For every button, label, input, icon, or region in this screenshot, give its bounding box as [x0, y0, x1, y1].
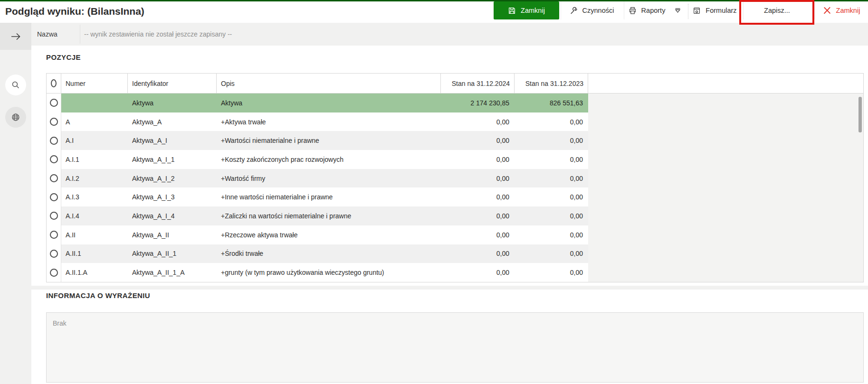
wrench-icon	[570, 7, 578, 15]
cell-stan-2024: 0,00	[441, 131, 515, 150]
radio-icon	[50, 193, 58, 201]
table-row[interactable]: A.II.1.AAktywa_A_II_1_A+grunty (w tym pr…	[47, 263, 863, 282]
cell-opis: +Aktywa trwałe	[217, 112, 441, 131]
cell-numer: A.I.1	[61, 150, 128, 169]
cell-numer: A.I.4	[61, 206, 128, 225]
save-close-button[interactable]: Zamknij	[494, 1, 559, 19]
row-radio-button[interactable]	[47, 225, 61, 244]
cell-numer: A.II.1.A	[61, 263, 128, 282]
cell-stan-2024: 0,00	[441, 169, 515, 188]
table-row[interactable]: A.IAktywa_A_I+Wartości niematerialne i p…	[47, 131, 863, 150]
row-radio-button[interactable]	[47, 206, 61, 225]
globe-icon	[10, 112, 21, 123]
toolbar-separator	[688, 4, 688, 19]
cell-identyfikator: Aktywa_A_II_1	[128, 244, 217, 263]
cell-opis: +Wartości niematerialne i prawne	[217, 131, 441, 150]
cell-stan-2024: 0,00	[441, 263, 515, 282]
table-row[interactable]: A.I.1Aktywa_A_I_1+Koszty zakończonych pr…	[47, 150, 863, 169]
table-row[interactable]: AAktywa_A+Aktywa trwałe0,000,00	[47, 112, 863, 131]
column-header-stan-2023[interactable]: Stan na 31.12.2023	[515, 74, 588, 93]
search-icon	[10, 80, 21, 90]
column-header-opis[interactable]: Opis	[217, 74, 441, 93]
form-button[interactable]: Formularz	[690, 1, 740, 19]
reports-dropdown-button[interactable]	[669, 1, 686, 19]
row-radio-button[interactable]	[47, 94, 61, 112]
actions-button[interactable]: Czynności	[561, 1, 622, 19]
grid-body: AktywaAktywa2 174 230,85826 551,63AAktyw…	[47, 94, 863, 282]
row-radio-button[interactable]	[47, 150, 61, 169]
caret-down-icon	[674, 7, 681, 14]
cell-opis: +Koszty zakończonych prac rozwojowych	[217, 150, 441, 169]
column-header-numer[interactable]: Numer	[61, 74, 128, 93]
radio-icon	[51, 79, 57, 87]
header-bar: Podgląd wyniku: (BilansInna) Zamknij Czy…	[0, 1, 868, 23]
items-grid: Numer Identyfikator Opis Stan na 31.12.2…	[46, 73, 864, 282]
window-gear-icon	[693, 7, 701, 15]
column-header-stan-2024[interactable]: Stan na 31.12.2024	[441, 74, 515, 93]
cell-numer: A	[61, 112, 128, 131]
cell-identyfikator: Aktywa_A_II_1_A	[128, 263, 217, 282]
cell-identyfikator: Aktywa_A	[128, 112, 217, 131]
cell-stan-2023: 0,00	[515, 263, 588, 282]
row-radio-button[interactable]	[47, 263, 61, 282]
table-row[interactable]: A.I.2Aktywa_A_I_2+Wartość firmy0,000,00	[47, 169, 863, 188]
reports-label: Raporty	[641, 7, 666, 14]
vertical-scrollbar-thumb[interactable]	[858, 97, 862, 132]
row-radio-button[interactable]	[47, 244, 61, 263]
form-label: Formularz	[706, 7, 736, 14]
save-button[interactable]: Zapisz...	[743, 1, 811, 19]
cell-stan-2024: 0,00	[441, 187, 515, 206]
cell-numer: A.II.1	[61, 244, 128, 263]
cell-stan-2023: 0,00	[515, 150, 588, 169]
cell-stan-2023: 0,00	[515, 244, 588, 263]
cell-filler	[588, 169, 863, 188]
actions-label: Czynności	[582, 7, 614, 14]
items-section-title: POZYCJE	[46, 53, 81, 61]
expression-info-value: Brak	[53, 319, 67, 327]
cell-numer: A.I	[61, 131, 128, 150]
cell-stan-2023: 0,00	[515, 206, 588, 225]
save-close-label: Zamknij	[521, 7, 545, 14]
cell-stan-2024: 0,00	[441, 225, 515, 244]
page-title: Podgląd wyniku: (BilansInna)	[5, 6, 144, 17]
cell-stan-2023: 0,00	[515, 187, 588, 206]
row-radio-button[interactable]	[47, 131, 61, 150]
table-row[interactable]: A.I.3Aktywa_A_I_3+Inne wartości niemater…	[47, 187, 863, 206]
arrow-right-icon	[10, 31, 22, 42]
cell-filler	[588, 187, 863, 206]
row-radio-button[interactable]	[47, 169, 61, 188]
sidebar-search-button[interactable]	[5, 75, 26, 95]
cell-filler	[588, 112, 863, 131]
radio-icon	[50, 118, 58, 126]
cell-identyfikator: Aktywa_A_I_1	[128, 150, 217, 169]
radio-icon	[50, 269, 58, 277]
cell-identyfikator: Aktywa_A_II	[128, 225, 217, 244]
window: Podgląd wyniku: (BilansInna) Zamknij Czy…	[0, 0, 868, 384]
close-button[interactable]: Zamknij	[814, 1, 868, 19]
cell-stan-2024: 0,00	[441, 150, 515, 169]
table-row[interactable]: A.I.4Aktywa_A_I_4+Zaliczki na wartości n…	[47, 206, 863, 225]
column-header-identyfikator[interactable]: Identyfikator	[128, 74, 217, 93]
row-radio-button[interactable]	[47, 112, 61, 131]
cell-filler	[588, 225, 863, 244]
expression-section-title: INFORMACJA O WYRAŻENIU	[46, 291, 150, 300]
cell-numer: A.I.2	[61, 169, 128, 188]
select-all-radio[interactable]	[47, 74, 61, 93]
cell-stan-2024: 0,00	[441, 112, 515, 131]
table-row[interactable]: A.IIAktywa_A_II+Rzeczowe aktywa trwałe0,…	[47, 225, 863, 244]
reports-button[interactable]: Raporty	[624, 1, 669, 19]
close-x-icon	[823, 6, 831, 15]
cell-stan-2023: 0,00	[515, 112, 588, 131]
table-row[interactable]: AktywaAktywa2 174 230,85826 551,63	[47, 94, 863, 112]
sidebar	[0, 23, 31, 384]
cell-stan-2023: 826 551,63	[515, 94, 588, 112]
cell-stan-2024: 0,00	[441, 244, 515, 263]
main-content: POZYCJE Numer Identyfikator Opis Stan na…	[31, 46, 868, 384]
radio-icon	[50, 250, 58, 258]
save-label: Zapisz...	[764, 7, 790, 14]
row-radio-button[interactable]	[47, 187, 61, 206]
grid-header-row: Numer Identyfikator Opis Stan na 31.12.2…	[47, 74, 863, 94]
table-row[interactable]: A.II.1Aktywa_A_II_1+Środki trwałe0,000,0…	[47, 244, 863, 263]
sidebar-language-button[interactable]	[5, 107, 26, 128]
sidebar-expand-button[interactable]	[0, 23, 31, 50]
